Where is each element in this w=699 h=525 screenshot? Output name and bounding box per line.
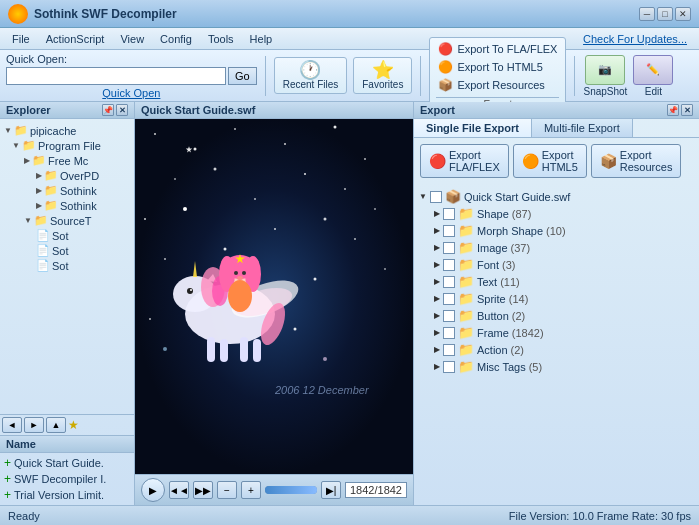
snapshot-button[interactable]: 📷 (585, 55, 625, 85)
name-section: Name + Quick Start Guide. + SWF Decompil… (0, 435, 134, 505)
export-pin-button[interactable]: 📌 (667, 104, 679, 116)
etree-item-font[interactable]: ▶ 📁 Font (3) (416, 256, 697, 273)
menu-view[interactable]: View (112, 31, 152, 47)
tree-folder-icon: 📁 (44, 199, 58, 212)
forward-button[interactable]: ► (24, 417, 44, 433)
etree-item-sprite[interactable]: ▶ 📁 Sprite (14) (416, 290, 697, 307)
etree-item-text[interactable]: ▶ 📁 Text (11) (416, 273, 697, 290)
menu-tools[interactable]: Tools (200, 31, 242, 47)
menu-file[interactable]: File (4, 31, 38, 47)
etree-check[interactable] (443, 259, 455, 271)
rewind-button[interactable]: ◄◄ (169, 481, 189, 499)
main-layout: Explorer 📌 ✕ ▼ 📁 pipicache ▼ 📁 Program F… (0, 102, 699, 505)
svg-point-7 (174, 178, 176, 180)
progress-bar-fill (265, 486, 317, 494)
export-resources-button[interactable]: 📦 ExportResources (591, 144, 682, 178)
tree-item-overpd[interactable]: ▶ 📁 OverPD (2, 168, 132, 183)
fast-forward-button[interactable]: ▶▶ (193, 481, 213, 499)
explorer-close-button[interactable]: ✕ (116, 104, 128, 116)
etree-check[interactable] (443, 242, 455, 254)
zoom-out-button[interactable]: − (217, 481, 237, 499)
tree-item-sothink2[interactable]: ▶ 📁 Sothink (2, 198, 132, 213)
tree-item-sot1[interactable]: 📄 Sot (2, 228, 132, 243)
explorer-nav: ◄ ► ▲ ★ (0, 414, 134, 435)
etree-check[interactable] (443, 361, 455, 373)
etree-check[interactable] (443, 310, 455, 322)
tab-multi-file-export[interactable]: Multi-file Export (532, 119, 633, 137)
name-section-header: Name (0, 436, 134, 453)
zoom-in-button[interactable]: + (241, 481, 261, 499)
snapshot-section: 📷 SnapShot (583, 55, 627, 97)
etree-root[interactable]: ▼ 📦 Quick Start Guide.swf (416, 188, 697, 205)
etree-check[interactable] (443, 293, 455, 305)
export-close-button[interactable]: ✕ (681, 104, 693, 116)
export-buttons-row: 🔴 ExportFLA/FLEX 🟠 ExportHTML5 📦 ExportR… (414, 138, 699, 184)
quick-open-input[interactable] (6, 67, 226, 85)
etree-root-label: Quick Start Guide.swf (464, 191, 570, 203)
menu-help[interactable]: Help (242, 31, 281, 47)
etree-count: (3) (502, 259, 515, 271)
etree-check[interactable] (443, 208, 455, 220)
tree-item-program[interactable]: ▼ 📁 Program File (2, 138, 132, 153)
export-fla-flex-button[interactable]: 🔴 ExportFLA/FLEX (420, 144, 509, 178)
export-resources-icon: 📦 (438, 78, 453, 92)
etree-check[interactable] (443, 225, 455, 237)
menu-actionscript[interactable]: ActionScript (38, 31, 113, 47)
tree-item-freemc[interactable]: ▶ 📁 Free Mc (2, 153, 132, 168)
export-fla-button[interactable]: 🔴 Export To FLA/FLEX (436, 41, 559, 57)
etree-item-action[interactable]: ▶ 📁 Action (2) (416, 341, 697, 358)
progress-bar[interactable] (265, 486, 317, 494)
maximize-button[interactable]: □ (657, 7, 673, 21)
etree-item-morphshape[interactable]: ▶ 📁 Morph Shape (10) (416, 222, 697, 239)
tab-single-file-export[interactable]: Single File Export (414, 119, 532, 137)
etree-check[interactable] (443, 327, 455, 339)
back-button[interactable]: ◄ (2, 417, 22, 433)
etree-label: Image (477, 242, 508, 254)
svg-point-16 (164, 258, 166, 260)
name-item-1[interactable]: + SWF Decompiler I. (2, 471, 132, 487)
etree-label: Shape (477, 208, 509, 220)
etree-folder-icon: 📁 (458, 274, 474, 289)
etree-item-image[interactable]: ▶ 📁 Image (37) (416, 239, 697, 256)
etree-item-frame[interactable]: ▶ 📁 Frame (1842) (416, 324, 697, 341)
frame-total: 1842 (378, 484, 402, 496)
minimize-button[interactable]: ─ (639, 7, 655, 21)
export-resources-button[interactable]: 📦 Export Resources (436, 77, 559, 93)
edit-button[interactable]: ✏️ (633, 55, 673, 85)
menu-config[interactable]: Config (152, 31, 200, 47)
svg-point-48 (237, 276, 243, 280)
etree-folder-icon: 📁 (458, 342, 474, 357)
up-button[interactable]: ▲ (46, 417, 66, 433)
tree-item-sot2[interactable]: 📄 Sot (2, 243, 132, 258)
explorer-pin-button[interactable]: 📌 (102, 104, 114, 116)
name-item-2[interactable]: + Trial Version Limit. (2, 487, 132, 503)
etree-arrow-icon: ▼ (419, 192, 427, 201)
etree-item-shape[interactable]: ▶ 📁 Shape (87) (416, 205, 697, 222)
etree-check[interactable] (443, 344, 455, 356)
svg-text:2006 12  December: 2006 12 December (274, 384, 370, 396)
etree-check-root[interactable] (430, 191, 442, 203)
etree-label: Misc Tags (477, 361, 526, 373)
tree-item-sot3[interactable]: 📄 Sot (2, 258, 132, 273)
etree-item-misctags[interactable]: ▶ 📁 Misc Tags (5) (416, 358, 697, 375)
toolbar: Quick Open: Go Quick Open 🕐 Recent Files… (0, 50, 699, 102)
export-html5-button[interactable]: 🟠 ExportHTML5 (513, 144, 587, 178)
tree-label: Sothink (60, 200, 97, 212)
end-button[interactable]: ▶| (321, 481, 341, 499)
etree-check[interactable] (443, 276, 455, 288)
title-bar-left: Sothink SWF Decompiler (8, 4, 177, 24)
favorites-button[interactable]: ⭐ Favorites (353, 57, 412, 94)
tree-item-sourcet[interactable]: ▼ 📁 SourceT (2, 213, 132, 228)
tree-item-sothink1[interactable]: ▶ 📁 Sothink (2, 183, 132, 198)
export-html5-button[interactable]: 🟠 Export To HTML5 (436, 59, 559, 75)
recent-files-button[interactable]: 🕐 Recent Files (274, 57, 348, 94)
name-item-0[interactable]: + Quick Start Guide. (2, 455, 132, 471)
favorites-label: Favorites (362, 79, 403, 90)
quick-open-link[interactable]: Quick Open (6, 87, 257, 99)
close-button[interactable]: ✕ (675, 7, 691, 21)
go-button[interactable]: Go (228, 67, 257, 85)
play-button[interactable]: ▶ (141, 478, 165, 502)
etree-item-button[interactable]: ▶ 📁 Button (2) (416, 307, 697, 324)
tree-item-root[interactable]: ▼ 📁 pipicache (2, 123, 132, 138)
check-updates-link[interactable]: Check For Updates... (583, 33, 695, 45)
